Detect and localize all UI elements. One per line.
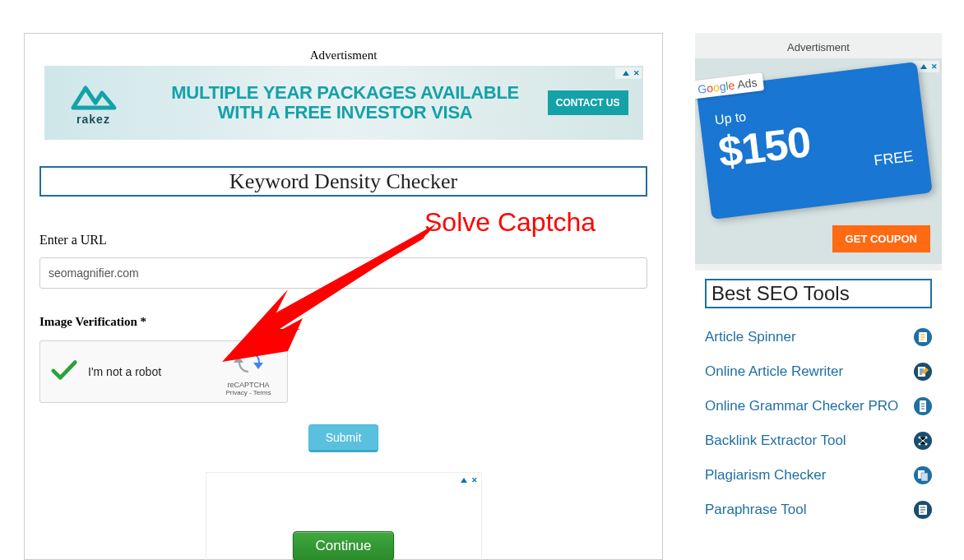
google-ads-card: Google Ads Up to $150 FREE: [696, 62, 932, 220]
advertisement-label: Advertisment: [39, 49, 647, 62]
recaptcha-privacy-link[interactable]: Privacy: [226, 389, 248, 396]
main-content-panel: Advertisment ✕ rakez MULTIPLE YEAR PACKA…: [24, 33, 663, 560]
url-input[interactable]: [39, 257, 647, 289]
tool-article-spinner[interactable]: Article Spinner: [705, 320, 932, 354]
seo-tools-panel: Best SEO Tools Article Spinner Online Ar…: [695, 271, 942, 527]
contact-us-button[interactable]: CONTACT US: [548, 90, 628, 115]
tool-label: Paraphrase Tool: [705, 502, 807, 518]
close-icon: ✕: [633, 69, 640, 77]
recaptcha-icon: [234, 349, 263, 376]
top-banner-ad[interactable]: ✕ rakez MULTIPLE YEAR PACKAGES AVAILABLE…: [44, 66, 643, 140]
google-ads-badge: Google Ads: [695, 72, 765, 100]
image-verification-label: Image Verification *: [39, 315, 647, 329]
svg-rect-17: [921, 473, 928, 481]
tool-label: Online Article Rewriter: [705, 363, 843, 380]
tool-label: Plagiarism Checker: [705, 467, 826, 484]
banner-logo: rakez: [44, 80, 143, 126]
free-text: FREE: [873, 148, 914, 170]
rewriter-icon: [914, 363, 932, 381]
paraphrase-icon: [914, 501, 932, 519]
sidebar-ad[interactable]: ✕ Google Ads Up to $150 FREE GET COUPON: [695, 58, 942, 264]
ad-info-icon: [920, 64, 927, 69]
banner-brand-text: rakez: [76, 113, 110, 126]
close-icon: ✕: [471, 476, 478, 484]
tool-article-rewriter[interactable]: Online Article Rewriter: [705, 354, 932, 389]
tools-title: Best SEO Tools: [711, 282, 850, 304]
page-title-box: Keyword Density Checker: [39, 166, 647, 197]
ad-info-icon: [461, 478, 467, 483]
grammar-icon: [914, 397, 932, 415]
ad-close-button[interactable]: ✕: [615, 67, 642, 79]
sidebar: Advertisment ✕ Google Ads Up to $150 FRE…: [695, 33, 942, 527]
sidebar-advertisement-label: Advertisment: [695, 33, 942, 58]
continue-button[interactable]: Continue: [293, 531, 393, 560]
tool-plagiarism-checker[interactable]: Plagiarism Checker: [705, 458, 932, 493]
recaptcha-brand-text: reCAPTCHA: [220, 381, 277, 389]
tool-grammar-checker[interactable]: Online Grammar Checker PRO: [705, 389, 932, 423]
tool-label: Online Grammar Checker PRO: [705, 398, 898, 414]
plagiarism-icon: [914, 466, 932, 484]
get-coupon-button[interactable]: GET COUPON: [832, 225, 930, 252]
recaptcha-text: I'm not a robot: [88, 365, 161, 378]
bottom-ad[interactable]: ✕ Continue: [206, 472, 482, 560]
recaptcha-terms-link[interactable]: Terms: [253, 389, 271, 396]
backlink-icon: [914, 432, 932, 450]
tool-label: Backlink Extractor Tool: [705, 433, 846, 449]
page-title: Keyword Density Checker: [229, 169, 457, 194]
tool-paraphrase[interactable]: Paraphrase Tool: [705, 493, 932, 527]
rakez-logo-icon: [69, 80, 118, 111]
tools-title-box: Best SEO Tools: [705, 279, 932, 308]
ad-info-icon: [623, 71, 629, 76]
submit-button[interactable]: Submit: [308, 424, 379, 452]
close-icon: ✕: [931, 62, 938, 71]
recaptcha-branding: reCAPTCHA Privacy - Terms: [220, 349, 277, 396]
tool-label: Article Spinner: [705, 329, 796, 345]
spinner-icon: [914, 328, 932, 346]
recaptcha-widget[interactable]: I'm not a robot reCAPTCHA Privacy - Term…: [39, 340, 288, 403]
tool-backlink-extractor[interactable]: Backlink Extractor Tool: [705, 423, 932, 458]
banner-headline: MULTIPLE YEAR PACKAGES AVAILABLEWITH A F…: [143, 83, 548, 123]
checkmark-icon: [50, 358, 78, 386]
ad-close-button[interactable]: ✕: [453, 474, 480, 486]
annotation-text: Solve Captcha: [424, 207, 596, 238]
